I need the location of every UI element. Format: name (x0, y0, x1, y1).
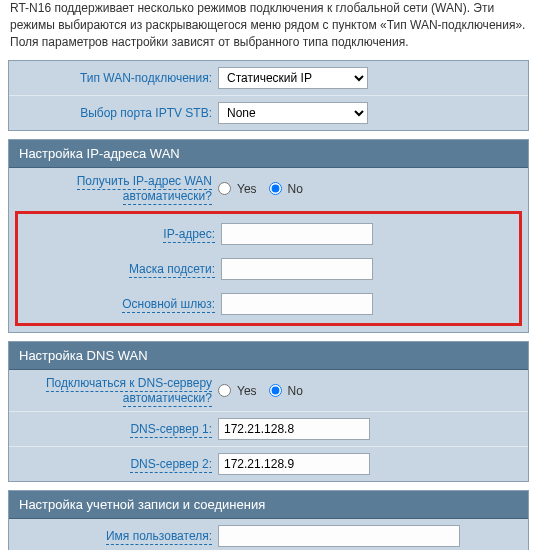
subnet-mask-input[interactable] (221, 258, 373, 280)
dns1-label: DNS-сервер 1: (17, 422, 218, 436)
wan-type-label: Тип WAN-подключения: (17, 71, 218, 85)
dns-auto-label: Подключаться к DNS-серверу автоматически… (17, 376, 218, 405)
ip-address-label: IP-адрес: (20, 227, 221, 241)
top-panel: Тип WAN-подключения: Статический IP Выбо… (8, 60, 529, 131)
wan-ip-auto-label: Получить IP-адрес WAN автоматически? (17, 174, 218, 203)
account-header: Настройка учетной записи и соединения (9, 491, 528, 519)
ip-address-input[interactable] (221, 223, 373, 245)
dns-auto-no[interactable]: No (269, 384, 303, 398)
wan-ip-auto-no-radio[interactable] (269, 182, 282, 195)
dns2-input[interactable] (218, 453, 370, 475)
dns-auto-no-radio[interactable] (269, 384, 282, 397)
wan-ip-header: Настройка IP-адреса WAN (9, 140, 528, 168)
wan-type-select[interactable]: Статический IP (218, 67, 368, 89)
dns1-input[interactable] (218, 418, 370, 440)
username-label: Имя пользователя: (17, 529, 218, 543)
dns-panel: Настройка DNS WAN Подключаться к DNS-сер… (8, 341, 529, 482)
subnet-mask-label: Маска подсети: (20, 262, 221, 276)
dns-header: Настройка DNS WAN (9, 342, 528, 370)
wan-ip-auto-yes[interactable]: Yes (218, 182, 257, 196)
dns-auto-yes-radio[interactable] (218, 384, 231, 397)
highlight-box: IP-адрес: Маска подсети: Основной шлюз: (15, 211, 522, 326)
account-panel: Настройка учетной записи и соединения Им… (8, 490, 529, 550)
wan-ip-auto-yes-radio[interactable] (218, 182, 231, 195)
gateway-label: Основной шлюз: (20, 297, 221, 311)
iptv-port-select[interactable]: None (218, 102, 368, 124)
dns-auto-yes[interactable]: Yes (218, 384, 257, 398)
intro-text: RT-N16 поддерживает несколько режимов по… (8, 0, 529, 60)
wan-ip-auto-no[interactable]: No (269, 182, 303, 196)
gateway-input[interactable] (221, 293, 373, 315)
wan-ip-panel: Настройка IP-адреса WAN Получить IP-адре… (8, 139, 529, 333)
iptv-port-label: Выбор порта IPTV STB: (17, 106, 218, 120)
dns2-label: DNS-сервер 2: (17, 457, 218, 471)
username-input[interactable] (218, 525, 460, 547)
